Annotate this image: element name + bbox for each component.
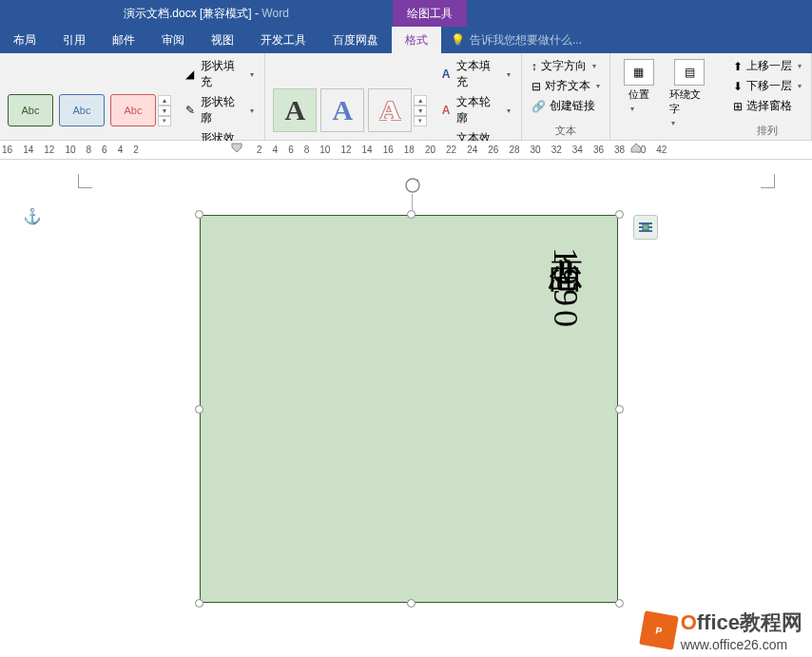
bulb-icon: 💡: [451, 33, 465, 47]
chevron-down-icon: ▾: [250, 106, 254, 115]
layout-options-icon: [638, 221, 653, 234]
layout-options-button[interactable]: [633, 215, 658, 240]
group-label-text: 文本: [530, 122, 602, 138]
tab-references[interactable]: 引用: [49, 27, 99, 53]
group-label-arrange: 排列: [731, 122, 803, 138]
document-canvas[interactable]: ⚓ 恋曲 1990 P Office教程网 www.office26.com: [0, 160, 812, 657]
text-outline-button[interactable]: A文本轮廓▾: [436, 93, 512, 127]
chevron-down-icon: ▾: [507, 70, 511, 79]
wordart-style-3[interactable]: A: [368, 88, 412, 132]
shape-style-3[interactable]: Abc: [110, 94, 156, 126]
bring-forward-icon: ⬆: [733, 60, 743, 73]
spinner-down-icon[interactable]: ▼: [414, 106, 427, 116]
text-direction-button[interactable]: ↕文字方向▾: [530, 57, 602, 75]
resize-handle-bottom-left[interactable]: [195, 599, 203, 608]
ribbon: Abc Abc Abc ▲ ▼ ▾ ◢形状填充▾ ✎形状轮廓▾ ◯形状效果▾ 形…: [0, 53, 812, 141]
ruler-right-numbers: 24681012141618202224262830323436384042: [257, 145, 667, 155]
text-fill-button[interactable]: A文本填充▾: [436, 57, 512, 91]
document-title: 演示文档.docx [兼容模式] - Word: [124, 6, 289, 22]
group-text: ↕文字方向▾ ⊟对齐文本▾ 🔗创建链接 文本: [522, 53, 610, 140]
ribbon-tabs: 布局 引用 邮件 审阅 视图 开发工具 百度网盘 格式 💡 告诉我您想要做什么.…: [0, 27, 812, 53]
tab-view[interactable]: 视图: [198, 27, 247, 53]
selection-pane-button[interactable]: ⊞选择窗格: [731, 97, 803, 115]
resize-handle-bottom-right[interactable]: [615, 599, 624, 608]
rotate-handle[interactable]: [404, 177, 421, 194]
contextual-tab-drawing-tools: 绘图工具: [393, 0, 467, 27]
align-text-button[interactable]: ⊟对齐文本▾: [530, 77, 602, 95]
shape-fill-button[interactable]: ◢形状填充▾: [181, 57, 257, 91]
tell-me-search[interactable]: 💡 告诉我您想要做什么...: [451, 32, 582, 48]
spinner-up-icon[interactable]: ▲: [414, 95, 427, 106]
chevron-down-icon: ▾: [798, 62, 802, 70]
resize-handle-middle-left[interactable]: [195, 405, 203, 414]
ruler-left-numbers: 161412108642: [2, 145, 139, 155]
chevron-down-icon: ▾: [507, 106, 511, 115]
align-text-icon: ⊟: [532, 80, 541, 93]
spinner-more-icon[interactable]: ▾: [158, 116, 171, 126]
watermark-logo-icon: P: [639, 610, 679, 650]
chevron-down-icon: ▾: [592, 62, 596, 70]
watermark-url: www.office26.com: [681, 637, 802, 652]
resize-handle-middle-right[interactable]: [615, 405, 624, 414]
send-backward-icon: ⬇: [733, 80, 743, 93]
spinner-down-icon[interactable]: ▼: [158, 106, 171, 116]
svg-marker-0: [232, 144, 242, 152]
watermark: P Office教程网 www.office26.com: [642, 609, 802, 652]
spinner-more-icon[interactable]: ▾: [414, 116, 427, 126]
tab-developer[interactable]: 开发工具: [247, 27, 319, 53]
shape-style-2[interactable]: Abc: [59, 94, 105, 126]
tab-layout[interactable]: 布局: [0, 27, 49, 53]
chevron-down-icon: ▾: [671, 119, 675, 127]
selection-pane-icon: ⊞: [733, 100, 743, 113]
position-icon: ▦: [624, 59, 654, 86]
outline-icon: ✎: [184, 104, 197, 117]
link-icon: 🔗: [532, 100, 546, 113]
anchor-icon[interactable]: ⚓: [23, 207, 42, 225]
wordart-style-1[interactable]: A: [273, 88, 317, 132]
shape-text-content[interactable]: 恋曲 1990: [542, 227, 589, 331]
group-shape-styles: Abc Abc Abc ▲ ▼ ▾ ◢形状填充▾ ✎形状轮廓▾ ◯形状效果▾ 形…: [0, 53, 265, 140]
chevron-down-icon: ▾: [250, 70, 254, 79]
tab-review[interactable]: 审阅: [148, 27, 198, 53]
tab-baidu[interactable]: 百度网盘: [319, 27, 392, 53]
shape-style-1[interactable]: Abc: [8, 94, 53, 126]
svg-marker-1: [631, 144, 641, 152]
chevron-down-icon: ▾: [596, 82, 600, 90]
group-position: ▦ 位置▾ ▤ 环绕文字▾: [610, 53, 724, 140]
chevron-down-icon: ▾: [630, 105, 634, 113]
resize-handle-bottom-middle[interactable]: [407, 599, 416, 608]
svg-rect-6: [643, 224, 648, 230]
send-backward-button[interactable]: ⬇下移一层▾: [731, 77, 803, 95]
indent-marker-icon[interactable]: [231, 143, 242, 156]
text-direction-icon: ↕: [532, 60, 537, 73]
fill-icon: ◢: [184, 68, 197, 81]
text-outline-icon: A: [439, 104, 453, 117]
resize-handle-top-right[interactable]: [615, 210, 624, 219]
spinner-up-icon[interactable]: ▲: [158, 95, 171, 106]
page-corner-right: [761, 174, 775, 188]
watermark-brand: Office教程网: [681, 609, 802, 637]
wordart-style-2[interactable]: A: [320, 88, 364, 132]
tab-format[interactable]: 格式: [392, 27, 441, 53]
wrap-text-icon: ▤: [674, 59, 705, 86]
group-label-position: [618, 136, 716, 138]
page-corner-left: [78, 174, 92, 188]
group-arrange: ⬆上移一层▾ ⬇下移一层▾ ⊞选择窗格 排列: [724, 53, 812, 140]
horizontal-ruler[interactable]: 161412108642 246810121416182022242628303…: [0, 141, 812, 160]
shape-outline-button[interactable]: ✎形状轮廓▾: [181, 93, 257, 127]
group-wordart-styles: A A A ▲ ▼ ▾ A文本填充▾ A文本轮廓▾ A文本效果▾ 艺术字样式: [265, 53, 521, 140]
wordart-gallery-spinner[interactable]: ▲ ▼ ▾: [414, 95, 427, 126]
wrap-text-button[interactable]: ▤ 环绕文字▾: [664, 57, 716, 129]
position-button[interactable]: ▦ 位置▾: [618, 57, 660, 129]
shape-style-gallery-spinner[interactable]: ▲ ▼ ▾: [158, 95, 171, 126]
resize-handle-top-middle[interactable]: [407, 210, 416, 219]
text-box-shape[interactable]: 恋曲 1990: [200, 215, 618, 603]
text-fill-icon: A: [439, 68, 453, 81]
resize-handle-top-left[interactable]: [195, 210, 203, 219]
tab-mail[interactable]: 邮件: [99, 27, 148, 53]
bring-forward-button[interactable]: ⬆上移一层▾: [731, 57, 803, 75]
title-bar: 演示文档.docx [兼容模式] - Word 绘图工具: [0, 0, 812, 27]
margin-marker-icon[interactable]: [630, 143, 642, 156]
create-link-button[interactable]: 🔗创建链接: [530, 97, 602, 115]
chevron-down-icon: ▾: [798, 82, 802, 90]
